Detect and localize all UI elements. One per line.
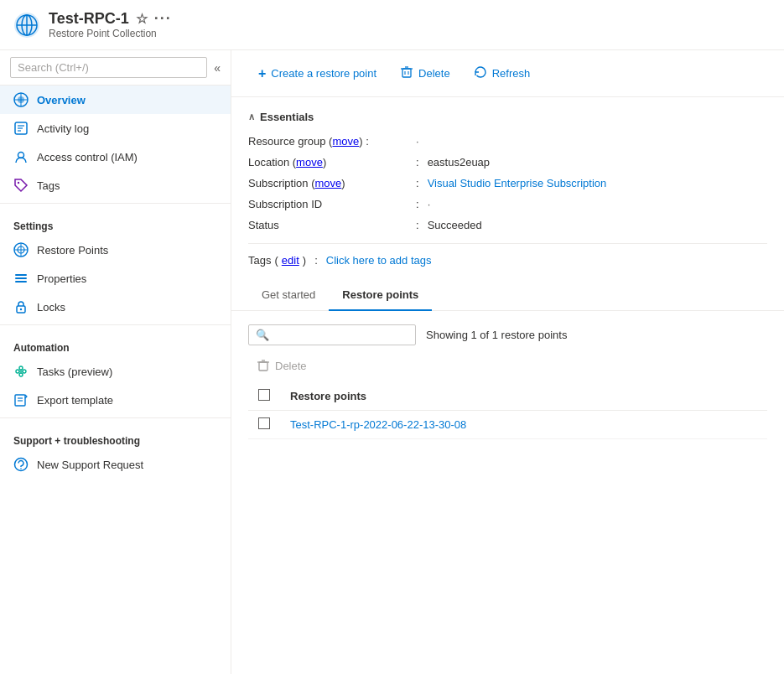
- resource-subtitle: Restore Point Collection: [49, 28, 172, 39]
- resource-group-move-link[interactable]: move: [332, 135, 359, 148]
- restore-point-name-cell: Test-RPC-1-rp-2022-06-22-13-30-08: [280, 411, 767, 439]
- svg-rect-19: [15, 274, 27, 276]
- svg-point-14: [18, 182, 19, 184]
- subscription-label: Subscription (move): [248, 175, 416, 191]
- favorite-star-icon[interactable]: ☆: [136, 11, 148, 27]
- header-title-block: Test-RPC-1 ☆ ··· Restore Point Collectio…: [49, 10, 172, 39]
- svg-point-23: [20, 308, 22, 310]
- sidebar-item-tasks[interactable]: Tasks (preview): [0, 357, 231, 386]
- row-checkbox[interactable]: [258, 417, 270, 429]
- status-label: Status: [248, 217, 416, 233]
- delete-label: Delete: [418, 67, 450, 80]
- subscription-id-value: : ·: [416, 196, 767, 212]
- svg-point-26: [19, 366, 23, 370]
- locks-icon: [13, 299, 29, 314]
- search-input[interactable]: [10, 57, 207, 78]
- resource-group-label: Resource group (move) :: [248, 133, 416, 149]
- svg-point-27: [19, 373, 23, 376]
- essentials-chevron-icon[interactable]: ∧: [248, 111, 255, 122]
- locks-label: Locks: [37, 301, 65, 314]
- restore-points-toolbar: 🔍 Showing 1 of 1 restore points: [248, 324, 767, 345]
- activity-log-icon: [13, 121, 29, 136]
- subscription-value: : Visual Studio Enterprise Subscription: [416, 175, 767, 191]
- tab-get-started[interactable]: Get started: [248, 280, 329, 311]
- refresh-label: Refresh: [492, 67, 531, 80]
- page-header: Test-RPC-1 ☆ ··· Restore Point Collectio…: [0, 0, 784, 50]
- svg-rect-20: [15, 277, 27, 279]
- restore-points-delete-button[interactable]: Delete: [248, 355, 767, 376]
- sidebar-item-locks[interactable]: Locks: [0, 293, 231, 321]
- content-tabs: Get started Restore points: [231, 280, 784, 311]
- search-icon: 🔍: [256, 329, 269, 341]
- automation-section-header: Automation: [0, 329, 231, 357]
- support-icon: [13, 457, 29, 472]
- delete-toolbar-button[interactable]: Delete: [390, 60, 460, 86]
- sidebar-item-export-template[interactable]: Export template: [0, 386, 231, 414]
- main-layout: « Overview: [0, 50, 784, 674]
- sidebar-item-access-control[interactable]: Access control (IAM): [0, 143, 231, 171]
- subscription-id-label: Subscription ID: [248, 196, 416, 212]
- row-checkbox-cell: [248, 411, 280, 439]
- support-section-header: Support + troubleshooting: [0, 422, 231, 450]
- overview-icon: [13, 92, 29, 107]
- activity-log-label: Activity log: [37, 122, 89, 135]
- restore-point-link[interactable]: Test-RPC-1-rp-2022-06-22-13-30-08: [290, 418, 466, 431]
- restore-points-table: Restore points Test-RPC-1-rp-2022-06-22-…: [248, 382, 767, 439]
- sidebar: « Overview: [0, 50, 231, 674]
- tags-edit-link[interactable]: edit: [282, 254, 299, 267]
- svg-point-34: [20, 468, 22, 469]
- main-content: + Create a restore point Delete: [231, 50, 784, 674]
- location-move-link[interactable]: move: [296, 156, 323, 168]
- refresh-button[interactable]: Refresh: [464, 60, 541, 86]
- search-box: «: [0, 50, 231, 86]
- properties-label: Properties: [37, 272, 86, 285]
- sidebar-item-restore-points[interactable]: Restore Points: [0, 236, 231, 264]
- support-divider: [0, 417, 231, 418]
- restore-points-search-input[interactable]: [274, 329, 415, 341]
- collapse-sidebar-button[interactable]: «: [214, 61, 221, 75]
- refresh-icon: [474, 65, 487, 81]
- restore-points-search[interactable]: 🔍: [248, 324, 416, 345]
- plus-icon: +: [258, 66, 266, 81]
- sidebar-item-new-support-request[interactable]: New Support Request: [0, 450, 231, 479]
- svg-point-25: [23, 370, 26, 373]
- svg-point-24: [16, 370, 19, 373]
- add-tags-link[interactable]: Click here to add tags: [326, 254, 432, 267]
- tab-restore-points[interactable]: Restore points: [329, 280, 432, 311]
- access-control-icon: [13, 149, 29, 164]
- sidebar-item-overview[interactable]: Overview: [0, 86, 231, 114]
- checkbox-column-header: [248, 382, 280, 411]
- table-row: Test-RPC-1-rp-2022-06-22-13-30-08: [248, 411, 767, 439]
- sidebar-item-activity-log[interactable]: Activity log: [0, 114, 231, 143]
- action-toolbar: + Create a restore point Delete: [231, 50, 784, 97]
- essentials-header: ∧ Essentials: [248, 111, 767, 123]
- subscription-move-link[interactable]: move: [314, 177, 341, 189]
- svg-rect-35: [402, 69, 411, 77]
- tags-paren-close: ): [303, 254, 306, 267]
- tags-label: Tags: [37, 179, 60, 192]
- properties-icon: [13, 271, 29, 286]
- sidebar-item-tags[interactable]: Tags: [0, 171, 231, 200]
- svg-rect-40: [259, 362, 267, 371]
- create-label: Create a restore point: [271, 67, 376, 80]
- essentials-grid: Resource group (move) : · Location (move…: [248, 133, 767, 233]
- automation-divider: [0, 324, 231, 325]
- status-value: : Succeeded: [416, 217, 767, 233]
- settings-section-header: Settings: [0, 207, 231, 236]
- location-label: Location (move): [248, 154, 416, 170]
- subscription-link[interactable]: Visual Studio Enterprise Subscription: [428, 177, 607, 189]
- resource-title: Test-RPC-1 ☆ ···: [49, 10, 172, 28]
- delete-icon: [400, 65, 413, 81]
- resource-group-value: ·: [416, 133, 767, 149]
- select-all-checkbox[interactable]: [258, 389, 270, 401]
- restore-points-icon: [13, 242, 29, 257]
- settings-divider: [0, 203, 231, 204]
- tags-row: Tags ( edit ) : Click here to add tags: [248, 254, 767, 267]
- restore-points-label: Restore Points: [37, 244, 108, 257]
- create-restore-point-button[interactable]: + Create a restore point: [248, 61, 387, 86]
- tags-icon: [13, 178, 29, 193]
- sidebar-item-properties[interactable]: Properties: [0, 264, 231, 293]
- more-options-icon[interactable]: ···: [154, 10, 172, 28]
- essentials-section: ∧ Essentials Resource group (move) : · L…: [231, 97, 784, 280]
- restore-points-panel: 🔍 Showing 1 of 1 restore points Delete: [231, 311, 784, 453]
